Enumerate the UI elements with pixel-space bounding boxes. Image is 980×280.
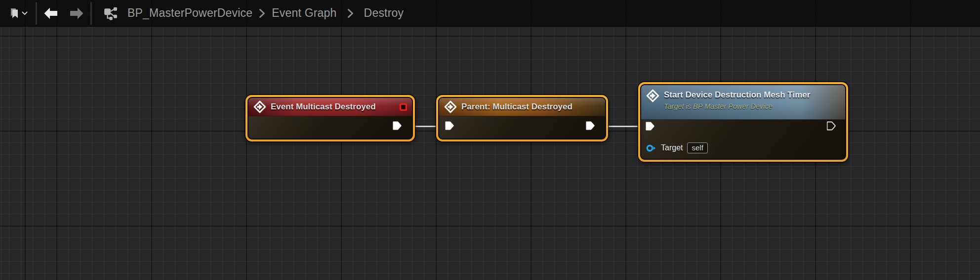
chevron-down-icon xyxy=(22,11,28,15)
graph-toolbar: BP_MasterPowerDevice Event Graph Destroy xyxy=(0,0,980,27)
exec-out-pin[interactable] xyxy=(393,120,402,131)
node-title: Parent: Multicast Destroyed xyxy=(461,102,572,112)
node-header[interactable]: Start Device Destruction Mesh Timer Targ… xyxy=(641,85,845,120)
graph-hierarchy-icon xyxy=(103,6,118,21)
node-body xyxy=(439,116,605,139)
breadcrumb: BP_MasterPowerDevice Event Graph Destroy xyxy=(127,6,404,20)
bookmark-button[interactable] xyxy=(5,3,33,23)
breadcrumb-chevron-icon xyxy=(259,8,265,19)
node-title: Event Multicast Destroyed xyxy=(271,102,376,112)
node-parent-multicast-destroyed[interactable]: Parent: Multicast Destroyed xyxy=(436,95,608,141)
node-title: Start Device Destruction Mesh Timer xyxy=(664,89,810,101)
target-pin-value[interactable]: self xyxy=(687,142,707,153)
event-diamond-icon xyxy=(444,100,457,113)
event-diamond-icon xyxy=(253,100,266,113)
event-override-badge-icon xyxy=(400,103,407,111)
target-pin-label: Target xyxy=(661,143,683,152)
blueprint-editor: Event Multicast Destroyed Parent: Multic… xyxy=(0,0,980,280)
node-header[interactable]: Event Multicast Destroyed xyxy=(248,98,412,116)
object-pin-icon[interactable] xyxy=(646,144,656,152)
node-subtitle: Target is BP Master Power Device xyxy=(664,101,810,112)
breadcrumb-chevron-icon xyxy=(347,8,354,19)
node-body xyxy=(248,116,412,139)
exec-in-pin[interactable] xyxy=(445,120,454,131)
node-event-multicast-destroyed[interactable]: Event Multicast Destroyed xyxy=(245,95,415,141)
event-diamond-icon xyxy=(646,89,659,102)
breadcrumb-item-event-graph[interactable]: Event Graph xyxy=(272,6,336,20)
exec-out-pin[interactable] xyxy=(827,121,836,131)
arrow-right-icon xyxy=(69,7,84,20)
bookmark-icon xyxy=(10,8,19,19)
nav-forward-button[interactable] xyxy=(66,3,87,23)
nav-back-button[interactable] xyxy=(40,3,62,23)
toolbar-separator xyxy=(36,2,37,25)
node-header[interactable]: Parent: Multicast Destroyed xyxy=(439,98,605,116)
target-pin-row: Target self xyxy=(646,141,708,154)
node-start-device-destruction-mesh-timer[interactable]: Start Device Destruction Mesh Timer Targ… xyxy=(638,82,848,162)
toolbar-separator xyxy=(90,2,92,25)
exec-in-pin[interactable] xyxy=(646,121,655,132)
arrow-left-icon xyxy=(43,7,58,20)
breadcrumb-item-destroy[interactable]: Destroy xyxy=(364,6,404,20)
exec-out-pin[interactable] xyxy=(586,120,595,131)
breadcrumb-item-blueprint[interactable]: BP_MasterPowerDevice xyxy=(127,6,252,20)
